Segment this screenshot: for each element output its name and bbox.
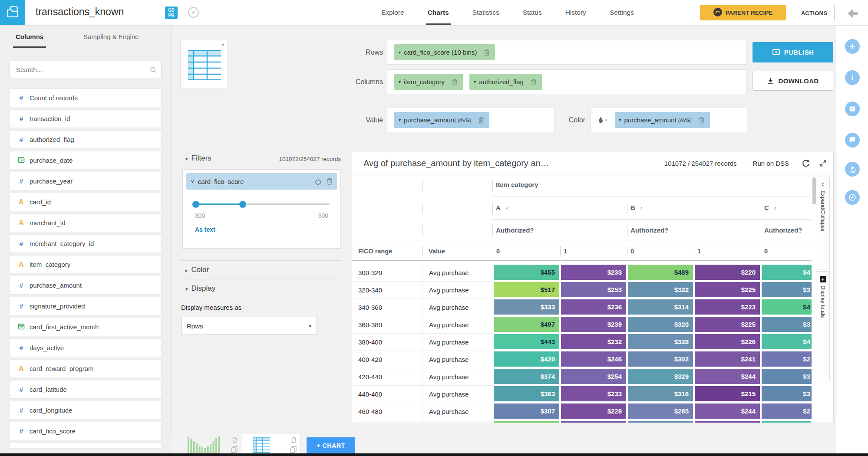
nav-tab-explore[interactable]: Explore — [381, 0, 404, 25]
color-zone-label: Color — [542, 116, 585, 124]
chart-thumbnail-histogram[interactable] — [182, 434, 241, 456]
dimension-pill[interactable]: ▾ purchase_amount (AVG) — [394, 112, 489, 128]
chevron-down-icon[interactable]: ▾ — [399, 118, 401, 122]
fico-slider-handle-min[interactable] — [192, 201, 199, 208]
publish-button[interactable]: PUBLISH — [752, 42, 833, 62]
chart-type-selector[interactable]: ▾ — [180, 40, 228, 89]
group-header-b[interactable]: B‹ — [630, 204, 643, 211]
tab-columns[interactable]: Columns — [16, 25, 43, 48]
collapse-panel-arrow-icon[interactable] — [846, 7, 859, 22]
color-drop-zone[interactable]: ▾ ▾ purchase_amount (AVG) — [591, 108, 747, 132]
dataset-icon-block[interactable] — [0, 0, 25, 25]
schema-list-icon[interactable] — [845, 102, 860, 116]
measure-label-cell: Avg purchase — [422, 264, 493, 282]
compass-icon[interactable] — [188, 7, 199, 20]
color-droplet-picker[interactable]: ▾ — [598, 116, 607, 124]
filter-header[interactable]: ∨ card_fico_score — [186, 173, 337, 190]
chevron-down-icon[interactable]: ▾ — [221, 42, 224, 48]
refresh-icon[interactable] — [802, 159, 810, 167]
trash-icon[interactable] — [291, 436, 297, 445]
fullscreen-icon[interactable] — [819, 159, 827, 167]
group-header-c[interactable]: C‹ — [764, 204, 776, 211]
dimension-pill[interactable]: ▾ card_fico_score (10 bins) — [394, 44, 495, 60]
pivot-row: 400-420Avg purchase$420$246$302$241$2 — [353, 351, 812, 368]
column-item[interactable]: A item_category — [10, 255, 162, 274]
column-item[interactable]: purchase_date — [10, 151, 162, 170]
history-clock-icon[interactable] — [845, 190, 860, 205]
chevron-down-icon[interactable]: ▾ — [399, 50, 401, 55]
expand-collapse-tab[interactable]: ↕ Expand/Collapse — [816, 177, 830, 269]
chevron-down-icon[interactable]: ▾ — [619, 118, 621, 122]
bar-chart-icon — [187, 436, 221, 455]
fico-slider-handle-max[interactable] — [239, 201, 246, 208]
nav-tab-statistics[interactable]: Statistics — [472, 0, 499, 25]
add-chart-button[interactable]: + CHART — [307, 437, 355, 453]
column-item[interactable]: # card_latitude — [10, 380, 162, 399]
column-item[interactable]: A merchant_id — [10, 213, 162, 232]
column-item[interactable]: A card_id — [10, 193, 162, 211]
column-item[interactable]: # Count of records — [10, 89, 162, 107]
nav-tab-history[interactable]: History — [565, 0, 586, 25]
dimension-pill[interactable]: ▾ authorized_flag — [469, 74, 542, 90]
dimension-pill[interactable]: ▾ purchase_amount (AVG) — [615, 112, 710, 128]
column-item[interactable]: # signature_provided — [10, 297, 162, 315]
chevron-down-icon[interactable]: ▾ — [474, 79, 476, 84]
nav-tab-settings[interactable]: Settings — [610, 0, 634, 25]
chevron-down-icon[interactable]: ▾ — [399, 79, 401, 84]
group-header-a[interactable]: A‹ — [496, 204, 508, 211]
run-on-dss-button[interactable]: Run on DSS — [753, 160, 789, 167]
lab-icon[interactable] — [845, 162, 860, 177]
column-item[interactable]: # card_fico_score — [10, 422, 162, 440]
actions-button[interactable]: ACTIONS — [794, 5, 835, 21]
column-item[interactable]: A card_reward_program — [10, 359, 162, 378]
collapse-icon[interactable]: ‹ — [640, 204, 643, 211]
column-item-clipped[interactable] — [10, 443, 162, 449]
parent-recipe-button[interactable]: PARENT RECIPE — [700, 5, 786, 20]
display-measures-select[interactable]: Rows ▾ — [181, 317, 317, 335]
rows-drop-zone[interactable]: ▾ card_fico_score (10 bins) — [387, 40, 747, 65]
vertical-scrollbar[interactable] — [812, 177, 816, 204]
trash-icon[interactable] — [452, 79, 458, 85]
filter-power-icon[interactable] — [315, 178, 321, 185]
color-section-header[interactable]: ▸Color — [185, 266, 209, 274]
trash-icon[interactable] — [699, 117, 705, 124]
column-item[interactable]: # purchase_amount — [10, 276, 162, 295]
pill-label: purchase_amount — [404, 116, 456, 124]
chart-title: Avg of purchase_amount by item_category … — [363, 158, 664, 168]
value-drop-zone[interactable]: ▾ purchase_amount (AVG) — [387, 108, 554, 132]
download-button[interactable]: DOWNLOAD — [752, 71, 833, 91]
column-item[interactable]: # card_longitude — [10, 401, 162, 420]
heatmap-cell: $307 — [494, 404, 559, 419]
column-item[interactable]: # purchase_year — [10, 172, 162, 190]
nav-tab-status[interactable]: Status — [523, 0, 542, 25]
trash-icon[interactable] — [531, 79, 537, 85]
collapse-icon[interactable]: ‹ — [506, 204, 508, 211]
column-item[interactable]: # merchant_category_id — [10, 234, 162, 253]
display-totals-tab[interactable]: + Display totals — [816, 271, 830, 381]
nav-tab-charts[interactable]: Charts — [428, 0, 449, 25]
search-input[interactable] — [15, 61, 147, 78]
trash-icon[interactable] — [478, 117, 484, 124]
dimension-pill[interactable]: ▾ item_category — [394, 74, 463, 90]
as-text-link[interactable]: As text — [195, 226, 215, 233]
filters-section-header[interactable]: ▾Filters — [185, 154, 211, 163]
info-icon[interactable] — [845, 70, 860, 85]
trash-icon[interactable] — [327, 178, 333, 185]
chart-thumbnail-pivot-active[interactable] — [241, 434, 300, 456]
heatmap-cell: $489 — [628, 265, 693, 280]
column-item[interactable]: # authorized_flag — [10, 130, 162, 149]
column-item[interactable]: # transaction_id — [10, 109, 162, 128]
column-item[interactable]: # days_active — [10, 338, 162, 357]
add-icon[interactable] — [845, 39, 860, 54]
tab-sampling-engine[interactable]: Sampling & Engine — [83, 25, 139, 48]
pill-label: authorized_flag — [479, 78, 524, 85]
columns-drop-zone[interactable]: ▾ item_category ▾ authorized_flag — [387, 69, 747, 94]
collapse-icon[interactable]: ‹ — [774, 204, 776, 211]
trash-icon[interactable] — [232, 436, 238, 445]
trash-icon[interactable] — [484, 49, 490, 56]
display-section-header[interactable]: ▾Display — [185, 284, 215, 293]
column-item[interactable]: card_first_active_month — [10, 318, 162, 336]
pill-aggregation: (AVG) — [678, 118, 692, 123]
comments-icon[interactable] — [845, 133, 860, 148]
caret-down-icon: ▾ — [185, 156, 188, 161]
